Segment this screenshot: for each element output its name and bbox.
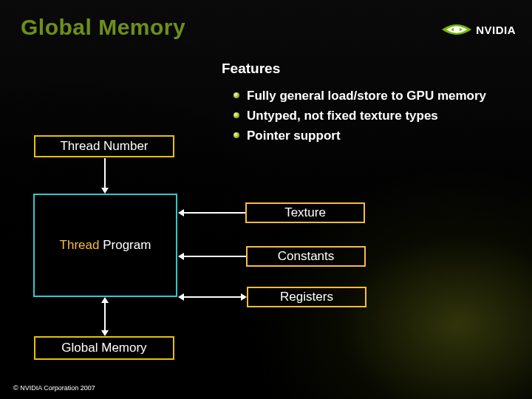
nvidia-logo-text: NVIDIA bbox=[476, 24, 516, 36]
box-thread-program: Thread Program bbox=[33, 194, 177, 297]
features-list: Fully general load/store to GPU memory U… bbox=[222, 86, 486, 146]
arrow-texture-to-program bbox=[178, 208, 245, 218]
feature-item: Pointer support bbox=[247, 126, 486, 146]
box-constants: Constants bbox=[246, 246, 366, 267]
thread-program-rest: Program bbox=[99, 238, 151, 252]
svg-marker-7 bbox=[178, 209, 184, 216]
box-label: Thread Number bbox=[60, 139, 148, 154]
footer-copyright: © NVIDIA Corporation 2007 bbox=[13, 384, 95, 392]
features-block: Features Fully general load/store to GPU… bbox=[222, 61, 486, 146]
box-registers: Registers bbox=[247, 287, 366, 307]
box-texture: Texture bbox=[245, 202, 365, 223]
arrow-program-global-memory bbox=[98, 297, 112, 336]
arrow-thread-number-to-program bbox=[99, 158, 111, 194]
box-global-memory: Global Memory bbox=[34, 336, 174, 360]
svg-marker-2 bbox=[101, 188, 109, 194]
nvidia-eye-icon bbox=[440, 19, 473, 40]
svg-marker-11 bbox=[178, 293, 184, 301]
box-label: Texture bbox=[284, 205, 326, 220]
page-title: Global Memory bbox=[21, 15, 185, 40]
feature-item: Untyped, not fixed texture types bbox=[247, 106, 486, 126]
box-label: Constants bbox=[278, 249, 335, 264]
thread-program-accent: Thread bbox=[60, 238, 100, 252]
svg-marker-5 bbox=[101, 330, 109, 336]
arrow-program-registers bbox=[178, 291, 247, 303]
feature-item: Fully general load/store to GPU memory bbox=[247, 86, 486, 106]
svg-marker-4 bbox=[101, 297, 109, 303]
box-label: Global Memory bbox=[61, 341, 146, 355]
svg-marker-9 bbox=[178, 253, 184, 260]
arrow-constants-to-program bbox=[178, 251, 246, 262]
svg-point-0 bbox=[454, 27, 460, 33]
box-label: Registers bbox=[280, 290, 333, 304]
nvidia-logo: NVIDIA bbox=[434, 15, 516, 44]
svg-marker-12 bbox=[241, 293, 247, 301]
box-thread-number: Thread Number bbox=[34, 135, 174, 157]
thread-program-label: Thread Program bbox=[60, 238, 151, 253]
features-heading: Features bbox=[222, 61, 486, 77]
